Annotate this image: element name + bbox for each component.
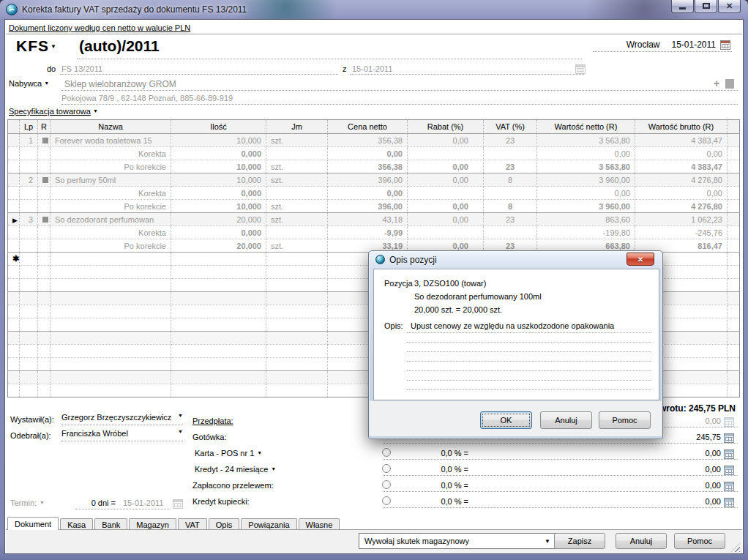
cell-ilosc[interactable]: 10,000 <box>171 173 266 187</box>
cell-rabat[interactable]: 0,00 <box>408 134 484 147</box>
cell-brutto[interactable]: 4 383,47 <box>635 160 728 173</box>
source-date-field[interactable]: 15-01-2011 <box>352 64 392 73</box>
cell-vat[interactable]: 23 <box>484 134 537 147</box>
cell-vat[interactable]: 8 <box>484 173 537 187</box>
tab-wlasne[interactable]: Własne <box>299 518 340 529</box>
calculator-icon[interactable] <box>724 433 734 443</box>
textarea-line[interactable] <box>407 332 651 333</box>
resize-grip[interactable] <box>731 543 740 552</box>
cell-rabat[interactable]: 0,00 <box>408 173 484 187</box>
row-selector[interactable] <box>8 226 20 239</box>
cell-jm[interactable]: szt. <box>266 173 328 187</box>
cell-ilosc[interactable]: 0,000 <box>171 187 266 200</box>
cell-jm[interactable]: szt. <box>266 134 328 147</box>
doc-type-dropdown[interactable]: KFS▼ <box>16 37 57 55</box>
cell-lp[interactable]: 1 <box>20 134 38 147</box>
cell-brutto[interactable]: 4 276,80 <box>635 200 728 213</box>
credit-radio[interactable] <box>382 464 391 473</box>
document-mode-link[interactable]: Dokument liczony według cen netto w walu… <box>9 23 190 32</box>
tab-dokument[interactable]: Dokument <box>7 517 59 530</box>
card-dropdown[interactable]: Karta - POS nr 1▼ <box>195 449 262 458</box>
credit-dropdown[interactable]: Kredyt - 24 miesiące▼ <box>195 465 276 474</box>
dialog-cancel-button[interactable]: Anuluj <box>540 411 592 429</box>
cell-vat[interactable]: 8 <box>484 200 537 213</box>
cell-r[interactable] <box>38 213 51 226</box>
maximize-button[interactable] <box>695 0 717 13</box>
issuer-combo[interactable]: Grzegorz Brzęczyszczykiewicz ▼ <box>61 413 183 425</box>
help-button[interactable]: Pomoc <box>674 533 725 549</box>
cell-r[interactable] <box>38 173 51 187</box>
cell-vat[interactable]: 23 <box>484 160 537 173</box>
cell-ilosc[interactable]: 10,000 <box>171 160 266 173</box>
term-dropdown[interactable]: Termin:▼ <box>10 499 45 507</box>
transfer-radio[interactable] <box>382 480 391 489</box>
calendar-icon[interactable] <box>720 40 730 50</box>
buyer-list-icon[interactable] <box>725 79 734 89</box>
cell-brutto[interactable]: 4 276,80 <box>635 173 728 187</box>
cell-cena[interactable]: 0,00 <box>328 187 408 200</box>
cell-ilosc[interactable]: 10,000 <box>171 200 266 213</box>
calculator-icon[interactable] <box>724 482 734 491</box>
cell-ilosc[interactable]: 20,000 <box>171 239 266 253</box>
tab-opis[interactable]: Opis <box>209 518 240 529</box>
credit-percent[interactable]: 0,0 % = <box>421 465 468 474</box>
merchant-credit-percent[interactable]: 0,0 % = <box>421 497 468 506</box>
dialog-ok-button[interactable]: OK <box>480 411 532 429</box>
close-button[interactable]: ✕ <box>718 0 741 13</box>
cell-lp[interactable]: 2 <box>20 173 38 187</box>
cell-vat[interactable]: 23 <box>484 213 537 226</box>
buyer-address-field[interactable]: Pokojowa 78/9 , 62-148 Poznań, 885-66-89… <box>61 94 233 102</box>
cell-nazwa[interactable]: So dezodorant perfumowan <box>51 213 171 226</box>
row-selector[interactable] <box>8 147 20 160</box>
tab-vat[interactable]: VAT <box>178 518 207 529</box>
dialog-help-button[interactable]: Pomoc <box>599 411 651 429</box>
issue-date-field[interactable]: 15-01-2011 <box>672 40 717 50</box>
card-amount[interactable]: 0,00 <box>640 449 721 458</box>
cell-cena[interactable]: 396,00 <box>328 200 408 213</box>
row-selector[interactable] <box>8 173 20 187</box>
add-buyer-icon[interactable]: + <box>714 78 719 89</box>
cell-brutto[interactable]: 1 062,23 <box>635 213 728 226</box>
new-row-cell[interactable]: ✱ <box>8 253 20 266</box>
cell-lp[interactable]: 3 <box>20 213 38 226</box>
receiver-combo[interactable]: Franciszka Wróbel ▼ <box>61 429 183 441</box>
cell-ilosc[interactable]: 10,000 <box>171 134 266 147</box>
transfer-percent[interactable]: 0,0 % = <box>421 481 468 490</box>
calculator-icon[interactable] <box>724 498 734 507</box>
card-radio[interactable] <box>382 448 391 457</box>
row-selector[interactable] <box>8 187 20 200</box>
calculator-icon[interactable] <box>724 466 734 475</box>
cell-cena[interactable]: 396,00 <box>328 173 408 187</box>
cell-cena[interactable]: 356,38 <box>328 160 408 173</box>
buyer-dropdown[interactable]: Nabywca▼ <box>9 79 49 88</box>
row-selector[interactable] <box>8 160 20 173</box>
cell-rabat[interactable]: 0,00 <box>408 213 484 226</box>
cell-netto[interactable]: 3 960,00 <box>537 200 635 213</box>
specification-dropdown[interactable]: Specyfikacja towarowa▼ <box>9 107 98 116</box>
dialog-close-button[interactable]: ✕ <box>627 253 654 266</box>
prepayment-link[interactable]: Przedpłata: <box>192 417 233 425</box>
city-field[interactable]: Wrocław <box>627 40 660 50</box>
textarea-line[interactable] <box>407 380 651 381</box>
merchant-credit-radio[interactable] <box>382 496 391 505</box>
term-days-field[interactable]: 0 dni = <box>73 499 116 507</box>
textarea-line[interactable] <box>407 342 651 343</box>
cell-nazwa[interactable]: So perfumy 50ml <box>51 173 171 187</box>
minimize-button[interactable] <box>671 0 694 13</box>
row-selector[interactable] <box>8 239 20 253</box>
buyer-name-field[interactable]: Sklep wielobranżowy GROM <box>64 79 176 89</box>
cell-rabat[interactable]: 0,00 <box>408 200 484 213</box>
cell-ilosc[interactable]: 0,000 <box>171 226 266 239</box>
cell-cena[interactable]: 0,00 <box>328 147 408 160</box>
transfer-amount[interactable]: 0,00 <box>640 481 721 490</box>
cell-rabat[interactable]: 0,00 <box>408 160 484 173</box>
cell-ilosc[interactable]: 0,000 <box>171 147 266 160</box>
cell-brutto[interactable]: 4 383,47 <box>635 134 728 147</box>
textarea-line[interactable] <box>407 370 651 371</box>
cell-cena[interactable]: 43,18 <box>328 213 408 226</box>
source-document-field[interactable]: FS 13/2011 <box>61 64 102 73</box>
textarea-line[interactable] <box>407 361 651 362</box>
row-selector[interactable]: ▶ <box>8 213 20 226</box>
cell-cena[interactable]: 356,38 <box>328 134 408 147</box>
tab-powiazania[interactable]: Powiązania <box>241 518 296 529</box>
